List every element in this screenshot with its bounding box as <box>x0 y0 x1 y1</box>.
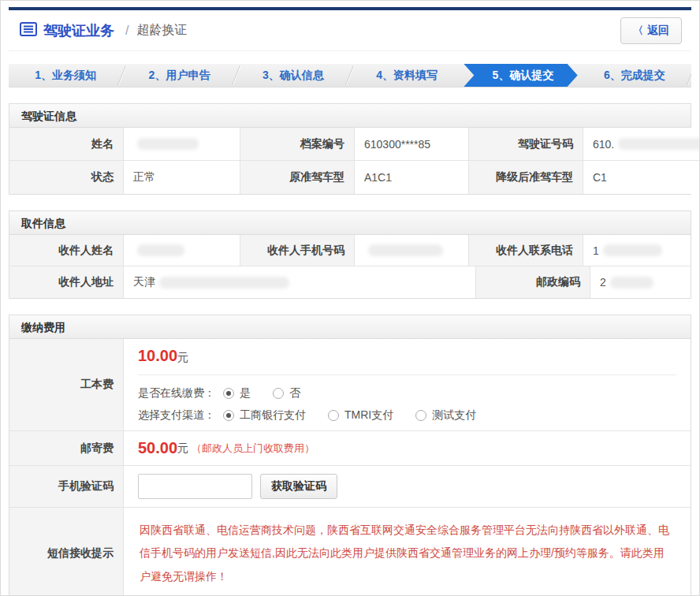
license-no-value: 610. <box>583 128 700 161</box>
file-no-label: 档案编号 <box>240 128 355 161</box>
sms-tip-cell: 因陕西省联通、电信运营商技术问题，陕西省互联网交通安全综合服务管理平台无法向持陕… <box>124 508 691 596</box>
fee-section: 缴纳费用 工本费 10.00元 是否在线缴费： 是 否 选择支付渠道： <box>9 315 691 596</box>
page-subtitle: 超龄换证 <box>136 22 187 39</box>
online-pay-caption: 是否在线缴费： <box>138 386 215 400</box>
pay-channel-row: 选择支付渠道： 工商银行支付 TMRI支付 测试支付 <box>138 408 676 423</box>
status-value: 正常 <box>124 161 240 194</box>
breadcrumb: 驾驶证业务 / 超龄换证 <box>20 21 187 40</box>
postal-code-value: 2 <box>590 266 691 298</box>
sms-tip-label: 短信接收提示 <box>9 508 124 596</box>
channel-tmri-option[interactable]: TMRI支付 <box>328 408 393 423</box>
postage-note: （邮政人员上门收取费用） <box>192 441 315 456</box>
redacted-name <box>137 138 199 150</box>
channel-test-label: 测试支付 <box>432 408 476 423</box>
channel-icbc-label: 工商银行支付 <box>240 408 306 423</box>
tab-separator <box>687 65 691 85</box>
radio-unchecked-icon[interactable] <box>415 410 426 421</box>
channel-test-option[interactable]: 测试支付 <box>415 408 476 423</box>
back-button[interactable]: 〈 返回 <box>620 17 682 44</box>
license-info-table: 姓名 档案编号 610300****85 驾驶证号码 610. 状态 正常 原准… <box>9 128 691 194</box>
postage-currency: 元 <box>177 441 188 456</box>
sms-code-input[interactable] <box>138 474 252 499</box>
channel-icbc-option[interactable]: 工商银行支付 <box>223 408 306 423</box>
license-info-title: 驾驶证信息 <box>9 104 691 128</box>
status-label: 状态 <box>9 161 124 194</box>
work-fee-amount: 10.00 <box>138 347 177 364</box>
radio-checked-icon[interactable] <box>223 388 234 399</box>
online-pay-yes-option[interactable]: 是 <box>223 386 251 400</box>
orig-class-label: 原准驾车型 <box>240 161 355 194</box>
channel-tmri-label: TMRI支付 <box>344 408 393 423</box>
get-code-button[interactable]: 获取验证码 <box>260 474 337 499</box>
work-fee-label: 工本费 <box>9 339 124 431</box>
pickup-info-row-1: 收件人姓名 收件人手机号码 收件人联系电话 1 <box>9 235 691 266</box>
license-list-icon <box>20 22 37 39</box>
radio-unchecked-icon[interactable] <box>273 388 284 399</box>
recipient-address-label: 收件人地址 <box>9 266 124 298</box>
downgraded-class-label: 降级后准驾车型 <box>469 161 583 194</box>
tab-step-4[interactable]: 4、资料填写 <box>350 64 464 87</box>
pickup-info-row-2: 收件人地址 天津 邮政编码 2 <box>9 266 691 298</box>
online-pay-row: 是否在线缴费： 是 否 <box>138 386 676 400</box>
tab-step-3-label: 3、确认信息 <box>262 69 324 83</box>
sms-code-label: 手机验证码 <box>9 466 124 508</box>
sms-code-cell: 获取验证码 <box>124 466 691 508</box>
sms-tip-text: 因陕西省联通、电信运营商技术问题，陕西省互联网交通安全综合服务管理平台无法向持陕… <box>138 516 676 591</box>
tab-step-5-active[interactable]: 5、确认提交 <box>464 64 577 87</box>
name-label: 姓名 <box>9 128 124 161</box>
license-info-section: 驾驶证信息 姓名 档案编号 610300****85 驾驶证号码 610. 状态… <box>9 103 691 195</box>
tab-step-5-label: 5、确认提交 <box>493 69 554 83</box>
tab-step-1[interactable]: 1、业务须知 <box>9 64 122 87</box>
radio-checked-icon[interactable] <box>223 410 234 421</box>
tab-step-3[interactable]: 3、确认信息 <box>236 64 350 87</box>
tab-step-6-label: 6、完成提交 <box>604 69 665 83</box>
step-progress-bar: 1、业务须知 2、用户申告 3、确认信息 4、资料填写 5、确认提交 6、完成提… <box>9 64 691 88</box>
fee-divider <box>138 374 676 375</box>
pickup-info-section: 取件信息 收件人姓名 收件人手机号码 收件人联系电话 1 收件人地址 天津 邮政… <box>9 210 691 299</box>
tab-step-2[interactable]: 2、用户申告 <box>122 64 236 87</box>
page-header: 驾驶证业务 / 超龄换证 〈 返回 <box>9 10 691 51</box>
redacted-recipient-mobile <box>368 244 443 256</box>
recipient-phone-value: 1 <box>583 235 691 266</box>
work-fee-cell: 10.00元 是否在线缴费： 是 否 选择支付渠道： 工商银行支付 <box>124 339 691 431</box>
pay-channel-caption: 选择支付渠道： <box>138 408 215 423</box>
fee-section-title: 缴纳费用 <box>9 315 691 339</box>
recipient-phone-label: 收件人联系电话 <box>469 235 583 266</box>
postage-amount: 50.00 <box>138 439 177 457</box>
redacted-postal-code <box>610 277 653 289</box>
recipient-mobile-value <box>355 235 469 266</box>
pickup-info-title: 取件信息 <box>9 211 691 235</box>
postal-code-label: 邮政编码 <box>476 266 590 298</box>
tab-step-1-label: 1、业务须知 <box>35 69 96 83</box>
tab-step-6[interactable]: 6、完成提交 <box>578 64 691 87</box>
online-pay-yes-label: 是 <box>240 386 251 400</box>
back-button-label: 返回 <box>647 24 669 38</box>
redacted-recipient-phone <box>603 244 662 256</box>
redacted-recipient-name <box>137 244 184 256</box>
online-pay-no-option[interactable]: 否 <box>273 386 300 400</box>
tab-step-2-label: 2、用户申告 <box>149 69 210 83</box>
license-no-label: 驾驶证号码 <box>469 128 583 161</box>
online-pay-no-label: 否 <box>289 386 300 400</box>
fee-table: 工本费 10.00元 是否在线缴费： 是 否 选择支付渠道： <box>9 339 691 596</box>
recipient-name-value <box>124 235 240 266</box>
redacted-recipient-address <box>159 277 289 289</box>
postage-label: 邮寄费 <box>9 431 124 466</box>
postage-cell: 50.00元 （邮政人员上门收取费用） <box>124 431 691 466</box>
work-fee-amount-line: 10.00元 <box>138 347 676 365</box>
orig-class-value: A1C1 <box>355 161 469 194</box>
recipient-name-label: 收件人姓名 <box>9 235 124 266</box>
file-no-value: 610300****85 <box>355 128 469 161</box>
back-arrow-icon: 〈 <box>633 24 643 38</box>
tab-step-4-label: 4、资料填写 <box>376 69 438 83</box>
work-fee-currency: 元 <box>177 351 188 363</box>
downgraded-class-value: C1 <box>583 161 700 194</box>
radio-unchecked-icon[interactable] <box>328 410 339 421</box>
recipient-mobile-label: 收件人手机号码 <box>240 235 355 266</box>
redacted-license-no <box>618 138 700 150</box>
name-value <box>124 128 240 161</box>
page-title: 驾驶证业务 <box>43 21 114 40</box>
recipient-address-value: 天津 <box>124 266 476 298</box>
breadcrumb-separator: / <box>125 24 128 38</box>
